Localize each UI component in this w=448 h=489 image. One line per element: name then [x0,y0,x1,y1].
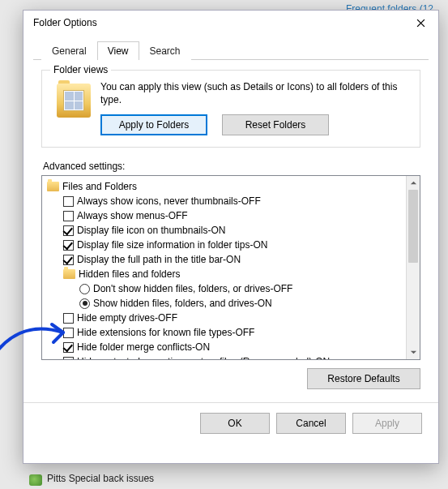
checkbox[interactable] [63,196,74,207]
folder-views-desc: You can apply this view (such as Details… [100,80,410,106]
tree-item[interactable]: Always show menus-OFF [44,208,404,223]
tree-item[interactable]: Display file icon on thumbnails-ON [44,223,404,238]
advanced-settings-label: Advanced settings: [43,161,420,172]
tree-item-label: Show hidden files, folders, and drives-O… [93,298,272,309]
folder-icon [63,269,75,279]
titlebar: Folder Options [23,11,438,35]
tree-item[interactable]: Show hidden files, folders, and drives-O… [44,296,404,311]
close-button[interactable] [403,11,438,35]
tree-item[interactable]: Hide empty drives-OFF [44,311,404,325]
tree-item-label: Don't show hidden files, folders, or dri… [93,283,292,294]
tree-item[interactable]: Hide folder merge conflicts-ON [44,340,404,354]
tree-item-label: Hide protected operating system files (R… [77,356,330,359]
reset-folders-button[interactable]: Reset Folders [222,114,329,135]
advanced-settings-tree: Files and FoldersAlways show icons, neve… [41,175,420,360]
tree-item-label: Display file size information in folder … [77,239,267,251]
tree-item[interactable]: Hide protected operating system files (R… [44,354,404,359]
tree-item[interactable]: Hide extensions for known file types-OFF [44,325,404,340]
tree-item[interactable]: Don't show hidden files, folders, or dri… [44,281,404,296]
checkbox[interactable] [63,255,74,265]
tab-general[interactable]: General [41,41,97,60]
folder-options-dialog: Folder Options General View Search Folde… [23,10,439,464]
tree-item-label: Hide extensions for known file types-OFF [77,327,254,338]
scroll-down-button[interactable] [407,345,420,359]
folder-views-legend: Folder views [50,64,111,75]
tree-item-label: Hidden files and folders [79,268,180,280]
close-icon [416,19,425,28]
tree-item-label: Hide folder merge conflicts-ON [77,341,210,353]
apply-button[interactable]: Apply [352,413,422,434]
bg-folder-icon [29,474,42,486]
radio[interactable] [79,298,90,309]
tree-item-label: Display the full path in the title bar-O… [77,254,241,265]
scroll-up-button[interactable] [407,176,420,190]
checkbox[interactable] [63,342,74,353]
checkbox[interactable] [63,313,74,324]
tree-root[interactable]: Files and Folders [44,179,404,194]
radio[interactable] [79,284,90,294]
dialog-title: Folder Options [33,17,403,28]
tab-view[interactable]: View [97,41,139,60]
bg-item-label[interactable]: Pitts Special back issues [47,473,154,484]
checkbox[interactable] [63,240,74,251]
scroll-thumb[interactable] [408,190,418,263]
tree-item-label: Always show menus-OFF [77,210,188,221]
checkbox[interactable] [63,225,74,236]
ok-button[interactable]: OK [200,413,270,434]
scrollbar[interactable] [406,176,420,359]
tree-item-label: Display file icon on thumbnails-ON [77,225,225,236]
folder-views-icon [57,84,91,118]
tree-item[interactable]: Always show icons, never thumbnails-OFF [44,194,404,208]
checkbox[interactable] [63,211,74,221]
tree-item[interactable]: Hidden files and folders [44,267,404,281]
checkbox[interactable] [63,328,74,338]
tree-item-label: Hide empty drives-OFF [77,312,177,324]
tab-strip: General View Search [33,40,429,60]
tab-search[interactable]: Search [139,41,191,60]
tab-content: Folder views You can apply this view (su… [23,60,438,397]
cancel-button[interactable]: Cancel [276,413,346,434]
dialog-footer: OK Cancel Apply [23,402,438,434]
tree-root-label: Files and Folders [62,181,137,192]
checkbox[interactable] [63,357,74,360]
apply-to-folders-button[interactable]: Apply to Folders [100,114,207,135]
tree-item[interactable]: Display file size information in folder … [44,238,404,252]
tree-item-label: Always show icons, never thumbnails-OFF [77,195,261,207]
folder-icon [47,182,59,191]
folder-views-group: Folder views You can apply this view (su… [41,70,420,148]
tree-item[interactable]: Display the full path in the title bar-O… [44,252,404,267]
restore-defaults-button[interactable]: Restore Defaults [307,368,420,389]
